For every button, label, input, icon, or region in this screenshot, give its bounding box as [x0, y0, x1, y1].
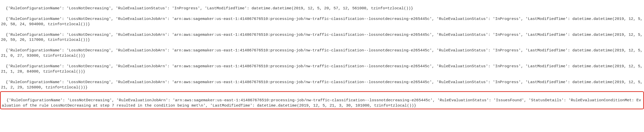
log-line: {'RuleConfigurationName': 'LossNotDecrea… [1, 48, 644, 58]
log-line: {'RuleConfigurationName': 'LossNotDecrea… [1, 17, 644, 26]
log-line: {'RuleConfigurationName': 'LossNotDecrea… [1, 64, 644, 74]
log-line: {'RuleConfigurationName': 'LossNotDecrea… [1, 32, 644, 42]
log-line-issues-found: {'RuleConfigurationName': 'LossNotDecrea… [2, 98, 641, 108]
console-output: {'RuleConfigurationName': 'LossNotDecrea… [0, 0, 644, 91]
log-line: {'RuleConfigurationName': 'LossNotDecrea… [6, 6, 413, 11]
highlighted-log-line: {'RuleConfigurationName': 'LossNotDecrea… [0, 91, 644, 110]
log-line: {'RuleConfigurationName': 'LossNotDecrea… [1, 80, 644, 90]
